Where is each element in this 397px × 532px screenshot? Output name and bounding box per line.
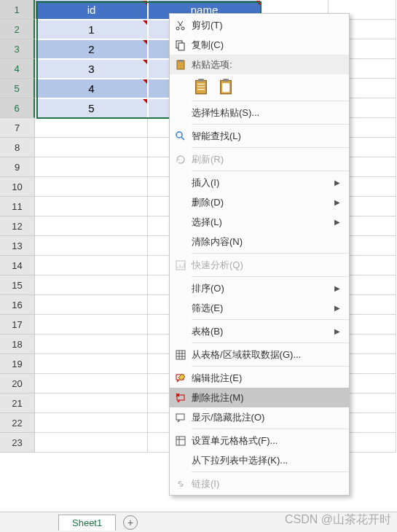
- svg-rect-10: [222, 83, 229, 92]
- cell[interactable]: [35, 177, 148, 197]
- header-cell-id[interactable]: id: [35, 0, 148, 20]
- menu-get-data[interactable]: 从表格/区域获取数据(G)...: [170, 345, 349, 364]
- row-header-7[interactable]: 7: [0, 118, 35, 138]
- cell[interactable]: [35, 295, 148, 315]
- menu-select[interactable]: 选择(L)▶: [170, 212, 349, 232]
- svg-rect-16: [176, 414, 184, 420]
- svg-point-11: [176, 132, 182, 138]
- row-header-1[interactable]: 1: [0, 0, 35, 20]
- row-header-6[interactable]: 6: [0, 98, 35, 118]
- row-header-18[interactable]: 18: [0, 335, 35, 354]
- format-cells-icon: [175, 435, 186, 447]
- cell[interactable]: [35, 374, 148, 394]
- cell[interactable]: [35, 433, 148, 453]
- menu-copy[interactable]: 复制(C): [170, 35, 349, 55]
- row-header-5[interactable]: 5: [0, 79, 35, 98]
- cut-icon: [175, 20, 186, 31]
- menu-separator: [192, 147, 349, 148]
- edit-comment-icon: [175, 372, 186, 384]
- svg-rect-3: [178, 43, 184, 50]
- menu-insert[interactable]: 插入(I)▶: [170, 173, 349, 192]
- menu-dropdown-pick[interactable]: 从下拉列表中选择(K)...: [170, 450, 349, 470]
- submenu-arrow-icon: ▶: [334, 284, 343, 292]
- paste-values-button[interactable]: [216, 77, 235, 96]
- svg-rect-5: [178, 60, 183, 62]
- paste-button[interactable]: [192, 77, 211, 96]
- comment-indicator: [143, 60, 147, 64]
- clipboard-icon: [175, 59, 186, 71]
- cell[interactable]: [35, 394, 148, 413]
- row-header-22[interactable]: 22: [0, 413, 35, 433]
- row-header-11[interactable]: 11: [0, 197, 35, 216]
- menu-filter[interactable]: 筛选(E)▶: [170, 298, 349, 318]
- row-header-17[interactable]: 17: [0, 315, 35, 335]
- data-cell[interactable]: 1: [35, 20, 148, 39]
- row-header-14[interactable]: 14: [0, 256, 35, 275]
- svg-rect-14: [176, 375, 184, 380]
- cell[interactable]: [35, 256, 148, 275]
- menu-delete-comment[interactable]: 删除批注(M): [170, 388, 349, 407]
- refresh-icon: [175, 154, 186, 165]
- comment-icon: [175, 412, 186, 423]
- menu-sort[interactable]: 排序(O)▶: [170, 278, 349, 298]
- svg-rect-9: [223, 79, 228, 82]
- data-cell[interactable]: 3: [35, 59, 148, 79]
- svg-point-1: [181, 27, 184, 30]
- row-header-4[interactable]: 4: [0, 59, 35, 79]
- cell[interactable]: [35, 413, 148, 433]
- svg-rect-4: [177, 60, 184, 69]
- svg-rect-6: [196, 80, 207, 93]
- row-header-19[interactable]: 19: [0, 354, 35, 374]
- row-header-16[interactable]: 16: [0, 295, 35, 315]
- menu-smart-lookup[interactable]: 智能查找(L): [170, 126, 349, 146]
- menu-paste-options-header: 粘贴选项:: [170, 55, 349, 74]
- data-cell[interactable]: 5: [35, 98, 148, 118]
- row-header-9[interactable]: 9: [0, 157, 35, 177]
- row-header-21[interactable]: 21: [0, 394, 35, 413]
- comment-indicator: [143, 99, 147, 103]
- cell[interactable]: [35, 315, 148, 335]
- menu-table[interactable]: 表格(B)▶: [170, 321, 349, 341]
- row-header-10[interactable]: 10: [0, 177, 35, 197]
- cell[interactable]: [35, 354, 148, 374]
- cell[interactable]: [35, 216, 148, 236]
- table-data-icon: [175, 349, 186, 361]
- data-cell[interactable]: 4: [35, 79, 148, 98]
- menu-edit-comment[interactable]: 编辑批注(E): [170, 368, 349, 388]
- menu-separator: [192, 101, 349, 101]
- cell[interactable]: [35, 138, 148, 157]
- menu-format-cells[interactable]: 设置单元格格式(F)...: [170, 431, 349, 450]
- data-cell[interactable]: 2: [35, 39, 148, 59]
- row-header-3[interactable]: 3: [0, 39, 35, 59]
- row-header-2[interactable]: 2: [0, 20, 35, 39]
- row-header-8[interactable]: 8: [0, 138, 35, 157]
- svg-rect-13: [176, 351, 185, 359]
- search-icon: [175, 130, 186, 142]
- cell[interactable]: [35, 275, 148, 295]
- cell[interactable]: [35, 118, 148, 138]
- row-header-23[interactable]: 23: [0, 433, 35, 453]
- menu-delete[interactable]: 删除(D)▶: [170, 192, 349, 212]
- submenu-arrow-icon: ▶: [334, 304, 343, 312]
- row-header-13[interactable]: 13: [0, 236, 35, 256]
- row-header-15[interactable]: 15: [0, 275, 35, 295]
- comment-indicator: [256, 1, 260, 5]
- cell[interactable]: [35, 197, 148, 216]
- row-header-12[interactable]: 12: [0, 216, 35, 236]
- copy-icon: [175, 39, 186, 51]
- cell[interactable]: [35, 335, 148, 354]
- comment-indicator: [143, 40, 147, 44]
- menu-show-hide-comment[interactable]: 显示/隐藏批注(O): [170, 407, 349, 427]
- menu-clear[interactable]: 清除内容(N): [170, 232, 349, 251]
- paste-icon: [194, 79, 208, 95]
- menu-separator: [192, 253, 349, 254]
- add-sheet-button[interactable]: +: [123, 515, 138, 530]
- cell[interactable]: [35, 236, 148, 256]
- menu-paste-special[interactable]: 选择性粘贴(S)...: [170, 103, 349, 122]
- cell[interactable]: [35, 157, 148, 177]
- submenu-arrow-icon: ▶: [334, 179, 343, 187]
- sheet-tab-sheet1[interactable]: Sheet1: [58, 515, 116, 531]
- row-header-20[interactable]: 20: [0, 374, 35, 394]
- delete-comment-icon: [175, 392, 186, 404]
- menu-cut[interactable]: 剪切(T): [170, 15, 349, 35]
